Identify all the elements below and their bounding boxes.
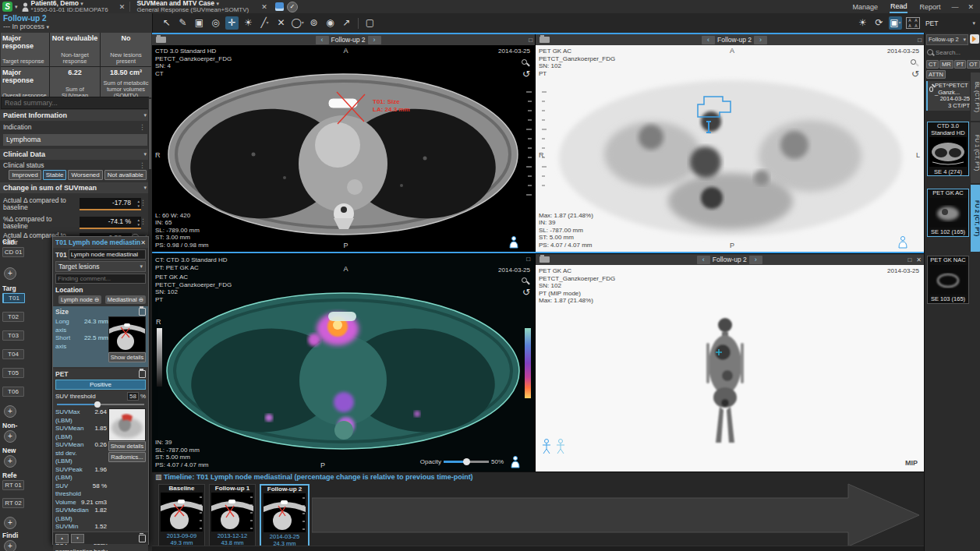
filter-ot[interactable]: OT [967,60,979,69]
status-not-available-button[interactable]: Not available [104,170,147,180]
tab-manage[interactable]: Manage [851,2,879,12]
collapse-chevron-icon[interactable]: ▾ [143,182,147,193]
slider-thumb[interactable] [94,401,101,408]
case-tab[interactable]: SUVMean and MTV Case ▾ General Response … [136,0,249,13]
menu-dots-icon[interactable]: ⋮ [139,123,146,131]
tab-followup1[interactable]: FU 1 (CT, PT) [970,122,980,184]
rail-item-rt02[interactable]: RT 02 [2,498,24,508]
view-windowing-icon[interactable]: ☀ [856,16,869,30]
move-up-button[interactable]: ▴ [55,534,69,543]
timeline-thumbnail[interactable] [264,493,306,532]
pin-icon[interactable] [911,59,916,65]
minimize-icon[interactable]: — [951,3,958,11]
add-reference-button[interactable]: + [4,517,16,529]
pan-tool-icon[interactable]: ✛ [225,16,239,30]
close-viewport-icon[interactable]: ✕ [916,256,922,263]
pin-icon[interactable] [522,277,527,283]
suv-threshold-slider[interactable] [57,401,144,408]
viewport-ct-axial[interactable]: ‹ Follow-up 2 › □ [152,34,535,252]
fit-tool-icon[interactable]: ▢ [363,16,377,30]
finding-comment-input[interactable] [55,274,146,284]
add-non-target-button[interactable]: + [4,430,16,443]
filter-ct[interactable]: CT [926,60,939,69]
prev-timepoint-button[interactable]: ‹ [697,256,710,264]
prev-timepoint-button[interactable]: ‹ [702,36,715,44]
pointer-tool-icon[interactable]: ↖ [160,16,173,30]
search-field[interactable]: Search... [927,48,975,57]
maximize-viewport-icon[interactable]: □ [529,37,532,44]
section-patient-information[interactable]: Patient Information▾ [0,110,150,121]
series-thumbnail[interactable] [929,198,967,228]
timeline-card-baseline[interactable]: Baseline 2013-09-09 49.3 mm [158,484,205,547]
report-template-icon[interactable] [275,2,284,11]
read-summary-input[interactable] [1,97,149,109]
viewport-mip[interactable]: ‹ Follow-up 2 › □ ✕ [536,254,924,472]
rail-item-t05[interactable]: T05 [2,368,24,378]
sync-icon[interactable]: ⟳ [872,16,886,30]
next-timepoint-button[interactable]: › [749,256,762,264]
finding-name-input[interactable] [69,249,146,260]
location-tag[interactable]: Mediastinal ⊖ [105,295,146,304]
series-item-ct[interactable]: CTD 3.0 Standard HD SE 4 (274) [927,122,969,176]
radiomics-button[interactable]: Radiomics... [108,452,146,462]
maximize-viewport-icon[interactable]: □ [918,37,922,44]
add-new-lesion-button[interactable]: + [4,455,16,468]
section-clinical-data[interactable]: Clinical Data▾ [0,149,150,160]
tab-report[interactable]: Report [918,2,941,12]
layout-icon[interactable]: ▣▾ [889,16,902,30]
tab-followup2[interactable]: FU 2 (CT, PT) [970,184,980,253]
toolbar-chevron-icon[interactable]: ▾ [972,20,975,26]
viewport-pet-axial[interactable]: ‹ Follow-up 2 › □ [536,34,924,252]
rail-item-t03[interactable]: T03 [2,330,24,341]
delete-pet-icon[interactable] [139,370,146,378]
add-findings-button[interactable]: + [4,540,16,551]
prev-timepoint-button[interactable]: ‹ [316,36,329,44]
series-item-pet-ac[interactable]: PET GK AC SE 102 (165) [927,189,969,237]
menu-dots-icon[interactable]: ⋮ [139,161,146,169]
move-down-button[interactable]: ▾ [71,534,84,543]
collapse-chevron-icon[interactable]: ▾ [143,110,147,121]
collapse-chevron-icon[interactable]: ▾ [143,149,147,160]
windowing-tool-icon[interactable]: ☀ [242,16,255,30]
maximize-viewport-icon[interactable]: □ [526,256,530,263]
close-app-icon[interactable]: ✕ [968,3,974,11]
timeline-scrollbar[interactable] [152,546,924,551]
completed-check-icon[interactable]: ✓ [287,2,298,12]
series-folder-icon[interactable] [540,37,550,43]
close-case-icon[interactable]: ✕ [261,3,267,11]
measurement-annotation[interactable]: T01: Size LA: 24.3 mm [373,98,410,114]
series-folder-icon[interactable] [156,37,166,43]
next-timepoint-button[interactable]: › [754,36,767,44]
delta-baseline-input[interactable]: -17.78▴▾ [80,198,141,210]
patient-orientation-icon[interactable] [508,236,519,249]
zoom-tool-icon[interactable]: ◎ [209,16,222,30]
close-finding-icon[interactable]: ✕ [140,239,146,246]
case-chevron-icon[interactable]: ▾ [216,1,219,6]
size-thumbnail[interactable] [108,316,146,352]
add-target-button[interactable]: + [4,405,16,418]
panel-toggle-icon[interactable] [970,34,979,44]
filter-pt[interactable]: PT [954,60,967,69]
timepoint-select[interactable]: Follow-up 2▾ [926,34,968,45]
arrow-annotation-tool-icon[interactable]: ↗ [340,16,353,30]
location-tag[interactable]: Lymph node ⊖ [58,295,101,304]
section-suvmean-change[interactable]: Change in sum of SUVmean▾ [0,182,150,193]
tab-read[interactable]: Read [890,1,908,13]
sphere-roi-tool-icon[interactable]: ⊚ [307,16,320,30]
ellipse-roi-tool-icon[interactable]: ◯▾ [291,16,304,30]
series-item-pet-nac[interactable]: PET GK NAC SE 103 (165) [927,256,969,304]
rail-item-t01[interactable]: T01 [2,293,25,303]
pet-positive-button[interactable]: Positive [55,380,146,390]
delete-finding-icon[interactable] [139,535,146,542]
suv-threshold-value[interactable]: 58 [127,392,139,401]
series-thumbnail[interactable] [929,265,967,295]
pet-thumbnail[interactable] [108,408,146,441]
series-folder-icon[interactable] [540,256,550,263]
rail-item-t04[interactable]: T04 [2,349,24,359]
patient-chevron-icon[interactable]: ▾ [80,1,83,6]
study-item[interactable]: PET^PETCT_Ganzk... 2014-03-25 3 CT/PT [926,81,971,111]
series-thumbnail[interactable] [929,137,967,167]
size-show-details-button[interactable]: Show details [108,352,146,362]
rotate-icon[interactable]: ↺ [522,287,530,298]
grid-layout-icon[interactable]: AAAA [906,17,920,29]
